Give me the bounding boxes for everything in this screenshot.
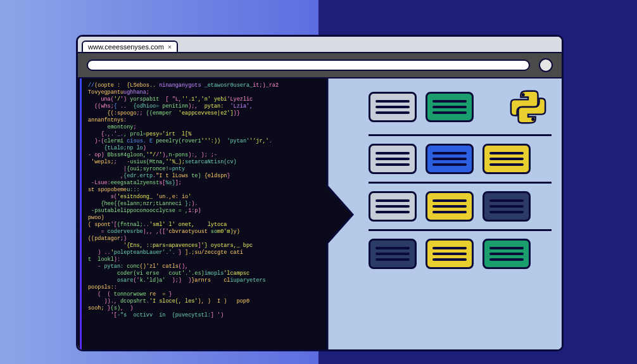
tab-url-label: www.ceeessenyses.com xyxy=(88,43,164,51)
code-line: ( ( tonnorwowe re = } xyxy=(88,291,353,298)
code-line: ) ..'polepteanbLauer'.'. } ].;su/zeccgte… xyxy=(88,249,353,256)
url-bar[interactable] xyxy=(87,60,530,71)
code-line: sooh; }(s), ) xyxy=(88,305,353,312)
code-line: |{oui;syronce!=pnty xyxy=(88,166,353,173)
code-line: -Lsue:eeegsatalzyensts[%s}]; xyxy=(88,180,353,187)
code-line: annanfntnys: xyxy=(88,117,353,124)
code-line: '[-"s octivv in (puvecytstl:] ') xyxy=(88,312,353,319)
code-line: //(oopte : {LSebos.. ninanganygots _etaw… xyxy=(88,82,353,89)
line-gutter xyxy=(80,78,82,349)
card[interactable] xyxy=(369,239,417,269)
divider xyxy=(369,229,552,231)
browser-toolbar xyxy=(78,53,562,78)
card[interactable] xyxy=(482,191,531,222)
card-panel xyxy=(358,78,562,349)
card[interactable] xyxy=(482,239,531,269)
browser-tab[interactable]: www.ceeessenyses.com × xyxy=(82,41,178,52)
card[interactable] xyxy=(482,144,531,174)
code-line: Tovyegpantuughhana; xyxy=(88,89,353,96)
code-line: - pytan: conc()'zl' catls(), xyxy=(88,263,353,270)
code-line: emontony; xyxy=(88,124,353,131)
code-panel: //(oopte : {LSebos.. ninanganygots _etaw… xyxy=(78,78,358,349)
code-line: {tLalo;np lo) xyxy=(88,145,353,152)
card-row xyxy=(369,87,552,127)
code-line: ((whs;{ .. {odhioo= penitinn);, pytan: '… xyxy=(88,103,353,110)
code-line: ,{edr.ertp."I t lLows te) {eldspn} xyxy=(88,173,353,180)
code-line: 'wepls;; -usius(Mtna,''%_);setarcaNtisn(… xyxy=(88,159,353,166)
code-line: = codervesrbe|,, ,(['cbvraotyoust som0'm… xyxy=(88,229,353,235)
code-line: '{Ens, ::pars=apavences]'} oyotars,_ bpc xyxy=(88,242,353,249)
card[interactable] xyxy=(369,144,417,174)
code-line: una('/') yorspab1t [ "L,''.1','n' yebi'L… xyxy=(88,96,353,103)
card[interactable] xyxy=(426,239,474,269)
code-line: t lookl): xyxy=(88,256,353,263)
code-line: s('esitndong_ 'un.,e: io' xyxy=(88,194,353,201)
card[interactable] xyxy=(426,191,474,222)
code-line: ( spont'[(fntnal;..'sml' l' onet, lytoca xyxy=(88,222,353,229)
code-line: - op) Bbss#4gloon,'"//'),n-pons):, ); ;- xyxy=(88,152,353,159)
tab-bar: www.ceeessenyses.com × xyxy=(78,37,562,53)
close-icon[interactable]: × xyxy=(168,43,172,51)
code-line: ((pdatagor;) xyxy=(88,235,353,242)
svg-point-0 xyxy=(522,93,525,96)
code-line: )-(clermi cisus. E peeelry(rover1''':)) … xyxy=(88,138,353,145)
code-line: coder(vi erse cout'.'.es)imopls'lcampsc xyxy=(88,270,353,277)
python-icon xyxy=(508,87,548,127)
divider xyxy=(369,182,552,184)
browser-window: www.ceeessenyses.com × //(oopte : {LSebo… xyxy=(76,35,564,351)
code-line: pwoo) xyxy=(88,215,353,222)
code-line: st spopobemeu::: xyxy=(88,187,353,194)
svg-point-1 xyxy=(531,118,534,121)
toolbar-button[interactable] xyxy=(539,58,553,72)
code-line: poopsls:: xyxy=(88,284,353,291)
divider xyxy=(369,134,552,136)
code-line: -psutablelippoconoocclycse = ,1:p) xyxy=(88,208,353,215)
card[interactable] xyxy=(426,144,474,174)
code-line: {.,.'_., prol=pesy='irt l[% xyxy=(88,131,353,138)
code-line: ))., dcopshrt.'I sloce(, les'), ) I ) po… xyxy=(88,298,353,305)
code-line: {(:spoogo;; ((enmper 'eappcevvese|e2'])} xyxy=(88,110,353,117)
code-line: {hee{{eslann;nzr;tLanneci };). xyxy=(88,201,353,208)
code-line: osare('k.'ld)a' );) )}arnrs cliuparyeter… xyxy=(88,277,353,284)
card-row xyxy=(369,191,552,222)
card-row xyxy=(369,144,552,174)
card[interactable] xyxy=(369,92,417,122)
card[interactable] xyxy=(426,92,474,122)
card[interactable] xyxy=(369,191,417,222)
card-row xyxy=(369,239,552,269)
